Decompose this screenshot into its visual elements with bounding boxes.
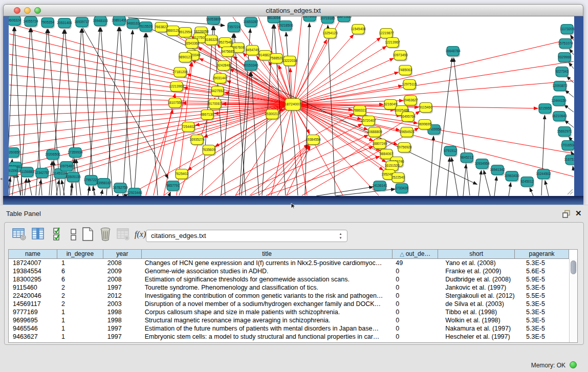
graph-node[interactable]: 15720407 <box>361 116 376 127</box>
graph-edge[interactable] <box>293 39 326 104</box>
graph-node[interactable]: 16782759 <box>113 183 128 194</box>
header-cell-pagerank[interactable]: pagerank <box>515 250 569 259</box>
table-cell[interactable]: 18300295 <box>9 275 57 283</box>
table-cell[interactable]: 1 <box>57 333 103 341</box>
graph-node[interactable]: 13222034 <box>282 56 297 68</box>
graph-node[interactable]: 7254402 <box>182 122 195 134</box>
table-row[interactable]: 1456911722003Disruption of a novel membe… <box>9 300 569 308</box>
table-cell[interactable]: 2 <box>57 300 103 308</box>
graph-edge[interactable] <box>573 166 574 171</box>
table-cell[interactable]: 9115460 <box>9 283 57 292</box>
graph-node[interactable]: 10963430 <box>504 171 519 183</box>
table-cell[interactable]: 5.3E-5 <box>515 308 569 316</box>
graph-edge[interactable] <box>293 72 399 104</box>
table-cell[interactable]: 0 <box>393 292 438 300</box>
graph-edge[interactable] <box>242 72 250 195</box>
graph-edge[interactable] <box>25 179 27 195</box>
table-cell[interactable]: Dudbridge et al. (2008) <box>438 275 515 283</box>
graph-node[interactable]: 18807249 <box>372 139 387 150</box>
close-panel-icon[interactable]: ✕ <box>575 209 582 218</box>
graph-node[interactable]: 9857791 <box>166 181 180 192</box>
graph-edge[interactable] <box>430 136 433 196</box>
graph-node[interactable]: 25300217 <box>265 110 280 121</box>
table-cell[interactable]: 2003 <box>103 300 142 308</box>
graph-node[interactable]: 14136141 <box>372 181 387 192</box>
graph-edge[interactable] <box>478 170 482 196</box>
table-cell[interactable]: 5.6E-5 <box>515 267 569 275</box>
graph-node[interactable]: 8912954 <box>179 28 192 39</box>
table-cell[interactable]: 0 <box>393 275 438 283</box>
graph-node[interactable]: 12975115 <box>402 80 417 91</box>
graph-edge[interactable] <box>446 158 450 196</box>
graph-node[interactable]: 27181206 <box>172 68 188 79</box>
graph-node[interactable]: 9860128 <box>166 26 180 37</box>
table-cell[interactable]: Embryonic stem cells: a model to study s… <box>142 333 393 341</box>
table-cell[interactable]: 9463627 <box>9 333 57 341</box>
graph-node[interactable]: 10244502 <box>536 169 551 181</box>
graph-node[interactable]: 16941342 <box>490 165 505 177</box>
scrollbar-thumb[interactable] <box>571 260 576 274</box>
header-cell-short[interactable]: short <box>438 250 515 259</box>
graph-node[interactable]: 9699695 <box>418 120 432 131</box>
graph-edge[interactable] <box>293 61 574 104</box>
table-cell[interactable]: 0 <box>393 300 438 308</box>
graph-node[interactable]: 12342757 <box>34 168 50 180</box>
table-cell[interactable]: 5.3E-5 <box>515 259 569 267</box>
table-cell[interactable]: Changes of HCN gene expression and I(f) … <box>142 259 393 267</box>
graph-edge[interactable] <box>463 164 466 196</box>
network-view-window[interactable]: 9606324140557247905354205314061693971715… <box>3 4 583 205</box>
graph-edge[interactable] <box>484 170 490 196</box>
table-cell[interactable]: Corpus callosum shape and size in male p… <box>142 308 393 316</box>
table-row[interactable]: 946554611997Estimation of the future num… <box>9 324 569 333</box>
table-row[interactable]: 911546021997Tourette syndrome. Phenomeno… <box>9 283 569 292</box>
table-row[interactable]: 977716911998Corpus callosum shape and si… <box>9 308 569 316</box>
graph-node[interactable]: 20260650 <box>9 148 20 159</box>
graph-node[interactable]: 16671355 <box>336 16 352 23</box>
table-cell[interactable]: Tibbo et al. (1998) <box>438 308 515 316</box>
graph-node[interactable]: 9170067 <box>208 99 222 111</box>
graph-node[interactable]: 19218506 <box>278 21 293 32</box>
float-panel-icon[interactable] <box>562 210 571 218</box>
graph-edge[interactable] <box>9 104 293 105</box>
table-cell[interactable]: 2 <box>57 283 103 292</box>
graph-node[interactable]: 18724007 <box>285 99 301 112</box>
table-row[interactable]: 969969511998Structural magnetic resonanc… <box>9 316 569 324</box>
graph-node[interactable]: 10973493 <box>393 51 408 62</box>
delete-table-icon[interactable] <box>116 227 131 242</box>
graph-node[interactable]: 16935274 <box>189 135 205 146</box>
graph-node[interactable]: 7588520 <box>270 54 284 65</box>
table-cell[interactable]: 5.9E-5 <box>515 275 569 283</box>
graph-node[interactable]: 15751074 <box>558 39 573 50</box>
table-cell[interactable]: Hescheler et al. (1997) <box>438 333 515 341</box>
graph-node[interactable]: 9115460 <box>419 103 433 114</box>
graph-node[interactable]: 13958167 <box>96 179 112 190</box>
graph-node[interactable]: 17016534 <box>560 141 574 152</box>
graph-node[interactable]: 13505135 <box>66 172 81 184</box>
header-cell-in_degree[interactable]: in_degree <box>57 250 103 259</box>
graph-edge[interactable] <box>293 104 400 130</box>
table-vertical-scrollbar[interactable] <box>569 259 577 342</box>
select-all-icon[interactable] <box>51 227 66 242</box>
header-cell-out_de[interactable]: △out_de… <box>393 250 438 259</box>
graph-edge[interactable] <box>293 81 574 104</box>
graph-node[interactable]: 16210643 <box>552 112 567 123</box>
graph-node[interactable]: 9466163 <box>126 19 140 30</box>
graph-node[interactable]: 8813054 <box>267 16 281 24</box>
graph-edge[interactable] <box>118 194 118 195</box>
graph-edge[interactable] <box>56 180 59 195</box>
table-cell[interactable]: Stergiakouli et al. (2012) <box>438 292 515 300</box>
graph-node[interactable]: 8867130 <box>201 110 214 121</box>
table-cell[interactable]: 49 <box>393 259 438 267</box>
graph-edge[interactable] <box>293 38 574 104</box>
graph-node[interactable]: 12213963 <box>169 82 184 93</box>
graph-node[interactable]: 20153346 <box>243 61 258 72</box>
table-cell[interactable]: 1997 <box>103 333 142 341</box>
table-cell[interactable]: Estimation of significance thresholds fo… <box>142 275 393 283</box>
table-cell[interactable]: 2009 <box>103 267 142 275</box>
graph-node[interactable]: 15948103 <box>93 16 108 27</box>
graph-node[interactable]: 9227343 <box>555 67 569 78</box>
table-cell[interactable]: 5.3E-5 <box>515 316 569 324</box>
graph-node[interactable]: 14055724 <box>23 17 38 28</box>
table-cell[interactable]: Franke et al. (2009) <box>438 267 515 275</box>
canvas-resize-grip-icon[interactable] <box>566 188 573 195</box>
